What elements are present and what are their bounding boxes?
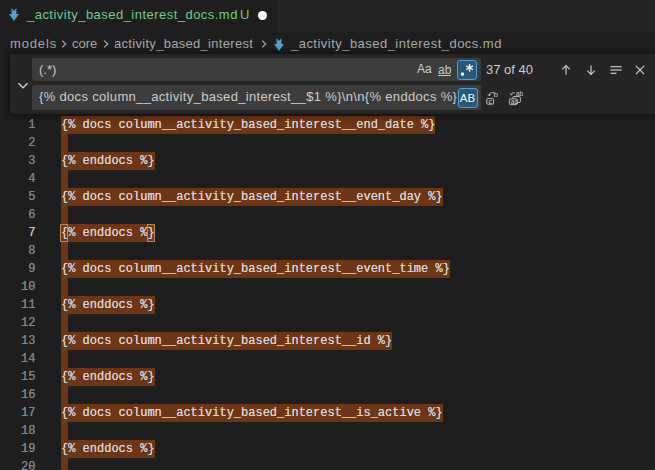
svg-text:b: b (494, 90, 498, 99)
svg-text:c: c (488, 96, 492, 105)
svg-text:ab: ab (516, 90, 523, 97)
svg-text:ac: ac (511, 97, 519, 104)
